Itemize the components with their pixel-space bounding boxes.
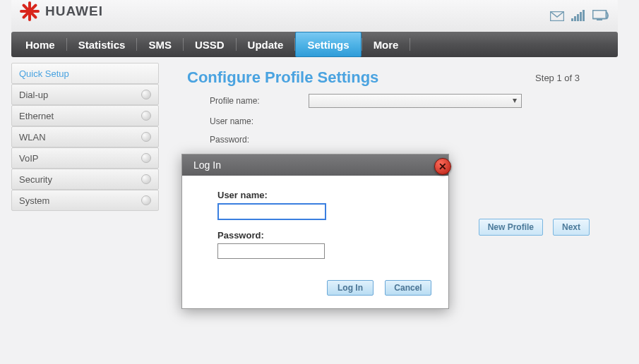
password-label: Password: xyxy=(217,230,413,241)
username-input[interactable] xyxy=(217,203,326,220)
close-icon[interactable]: ✕ xyxy=(434,158,451,175)
modal-title-bar: Log In ✕ xyxy=(182,154,448,176)
login-modal: Log In ✕ User name: Password: Log In Can… xyxy=(181,154,449,309)
username-label: User name: xyxy=(217,190,413,200)
login-button[interactable]: Log In xyxy=(327,280,374,296)
password-input[interactable] xyxy=(217,243,325,259)
modal-title: Log In xyxy=(193,159,221,171)
cancel-button[interactable]: Cancel xyxy=(385,280,431,296)
